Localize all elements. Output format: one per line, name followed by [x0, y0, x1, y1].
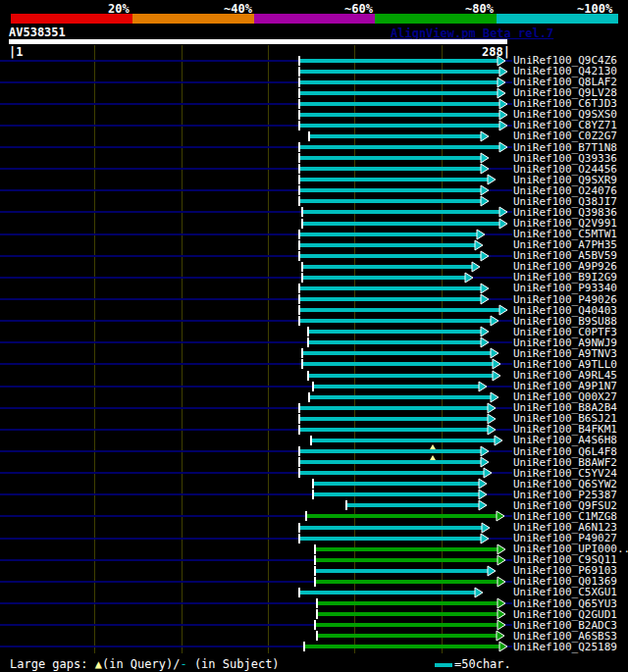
alignment-bar[interactable]: [299, 297, 483, 301]
alignment-bar[interactable]: [299, 233, 479, 236]
hit-label[interactable]: UniRef100_Q40403: [513, 305, 617, 316]
alignment-bar[interactable]: [308, 374, 495, 378]
alignment-bar[interactable]: [304, 645, 501, 648]
watermark-link[interactable]: AlignView.pm Beta rel.7: [391, 26, 553, 40]
alignment-start-tick: [308, 131, 310, 141]
alignment-bar[interactable]: [299, 449, 483, 453]
arrowhead-icon: [498, 120, 508, 131]
arrowhead-icon: [480, 250, 490, 262]
alignment-bar[interactable]: [299, 102, 501, 106]
identity-scale-tick-label: ~80%: [465, 2, 494, 15]
alignment-start-tick: [298, 230, 300, 239]
alignment-bar[interactable]: [299, 537, 483, 541]
alignment-start-tick: [345, 500, 347, 510]
alignment-bar[interactable]: [299, 167, 483, 171]
alignment-bar[interactable]: [299, 178, 490, 181]
alignment-start-tick: [301, 348, 303, 358]
alignment-bar[interactable]: [299, 406, 490, 410]
alignment-bar[interactable]: [299, 417, 490, 421]
alignment-start-tick: [301, 273, 303, 283]
alignment-start-tick: [298, 294, 300, 304]
alignment-bar[interactable]: [299, 113, 501, 117]
alignment-start-tick: [305, 511, 307, 521]
alignment-bar[interactable]: [299, 286, 483, 290]
arrowhead-icon: [492, 370, 501, 382]
alignment-start-tick: [298, 67, 300, 77]
alignment-bar[interactable]: [306, 514, 498, 518]
alignment-bar[interactable]: [299, 91, 499, 95]
hit-label[interactable]: UniRef100_Q2GUD1: [513, 609, 617, 620]
alignment-bar[interactable]: [302, 222, 501, 226]
hit-label[interactable]: UniRef100_A4S6H8: [513, 435, 617, 445]
alignment-bar[interactable]: [315, 623, 500, 627]
alignment-start-tick: [298, 403, 300, 413]
alignment-bar[interactable]: [299, 199, 483, 203]
alignment-start-tick: [308, 392, 310, 402]
alignment-bar[interactable]: [315, 558, 500, 562]
legend-prefix: Large gaps:: [10, 657, 95, 671]
hit-label[interactable]: UniRef100_Q25189: [513, 642, 617, 652]
alignment-bar[interactable]: [299, 591, 477, 594]
hit-label[interactable]: UniRef100_B8AWF2: [513, 457, 617, 468]
arrowhead-icon: [498, 218, 508, 230]
alignment-start-tick: [298, 153, 300, 163]
arrowhead-icon: [498, 304, 508, 316]
hit-label[interactable]: UniRef100_Q6L4F8: [513, 446, 617, 457]
alignment-bar[interactable]: [313, 492, 481, 496]
hit-label[interactable]: UniRef100_P49026: [513, 294, 617, 305]
alignment-bar[interactable]: [309, 134, 482, 138]
alignment-bar[interactable]: [299, 460, 483, 464]
hit-label[interactable]: UniRef100_C5YV24: [513, 468, 617, 479]
alignment-bar[interactable]: [299, 526, 485, 530]
alignment-bar[interactable]: [299, 243, 477, 247]
alignment-bar[interactable]: [315, 580, 500, 584]
alignment-start-tick: [301, 262, 303, 272]
alignment-start-tick: [298, 78, 300, 87]
arrowhead-icon: [480, 130, 490, 142]
alignment-bar[interactable]: [317, 601, 500, 605]
alignment-bar[interactable]: [299, 145, 501, 149]
hit-label[interactable]: UniRef100_B7T1N8: [513, 142, 617, 153]
alignment-bar[interactable]: [299, 124, 501, 128]
alignment-bar[interactable]: [313, 385, 481, 388]
hit-label[interactable]: UniRef100_C5XGU1: [513, 587, 617, 597]
alignment-bar[interactable]: [299, 308, 501, 312]
arrowhead-icon: [494, 435, 503, 446]
alignment-bar[interactable]: [299, 80, 499, 84]
alignment-row: UniRef100_P49026: [0, 294, 628, 305]
arrowhead-icon: [480, 293, 490, 305]
alignment-bar[interactable]: [299, 319, 493, 323]
alignment-bar[interactable]: [315, 569, 490, 573]
alignment-bar[interactable]: [299, 188, 483, 192]
alignment-bar[interactable]: [302, 351, 493, 355]
alignment-bar[interactable]: [302, 276, 466, 280]
alignment-bar[interactable]: [308, 330, 483, 334]
hit-label[interactable]: UniRef100_P93340: [513, 283, 617, 293]
alignment-start-tick: [298, 99, 300, 109]
alignment-bar[interactable]: [302, 362, 495, 366]
hit-label[interactable]: UniRef100_Q39336: [513, 153, 617, 164]
alignment-bar[interactable]: [317, 612, 500, 616]
alignment-bar[interactable]: [299, 254, 483, 258]
alignment-bar[interactable]: [299, 156, 483, 160]
alignment-bar[interactable]: [299, 428, 490, 432]
alignment-bar[interactable]: [308, 340, 483, 344]
alignment-start-tick: [314, 544, 316, 554]
alignment-bar[interactable]: [313, 482, 481, 486]
alignment-start-tick: [298, 316, 300, 326]
hit-label[interactable]: UniRef100_B2ADC3: [513, 620, 617, 631]
alignment-bar[interactable]: [299, 70, 501, 74]
alignment-bar[interactable]: [299, 471, 486, 475]
alignment-bar[interactable]: [317, 634, 498, 638]
alignment-bar[interactable]: [302, 265, 473, 269]
alignment-bar[interactable]: [346, 503, 481, 507]
alignment-bar[interactable]: [302, 210, 501, 214]
hit-label[interactable]: UniRef100_Q65YU3: [513, 598, 617, 609]
hit-label[interactable]: UniRef100_C0Z2G7: [513, 130, 617, 141]
arrowhead-icon: [478, 499, 488, 511]
alignment-row: UniRef100_Q2GUD1: [0, 609, 628, 620]
alignment-bar[interactable]: [315, 547, 500, 551]
alignment-bar[interactable]: [309, 395, 493, 399]
alignment-bar[interactable]: [311, 439, 497, 442]
alignment-bar[interactable]: [299, 59, 499, 63]
